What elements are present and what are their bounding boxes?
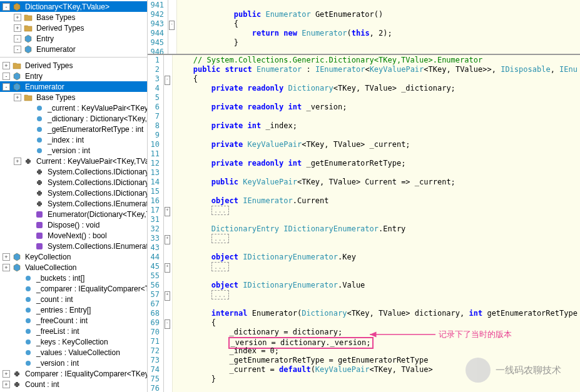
code-line[interactable]: _index = 0; (175, 346, 577, 356)
code-line[interactable]: return new Enumerator(this, 2); (180, 29, 577, 38)
main-code-editor[interactable]: 1234567891011121314151617313233434445555… (148, 55, 580, 392)
tree-label: ValueCollection (24, 263, 78, 272)
tree-item[interactable]: +Current : KeyValuePair<TKey,TValue> (0, 156, 147, 166)
tree-item[interactable]: _count : int (0, 294, 147, 304)
code-line[interactable]: _dictionary = dictionary; (175, 328, 577, 337)
expand-toggle[interactable]: - (14, 46, 21, 53)
tree-item[interactable]: +Base Types (0, 92, 147, 103)
expand-toggle[interactable]: + (14, 24, 21, 32)
tree-item[interactable]: +Derived Types (0, 60, 147, 71)
code-line[interactable] (180, 1, 577, 10)
code-line[interactable]: public struct Enumerator : IEnumerator<K… (175, 65, 577, 74)
code-line[interactable] (175, 384, 577, 392)
code-line[interactable]: public KeyValuePair<TKey, TValue> Curren… (175, 178, 577, 187)
tree-item[interactable]: -Entry (0, 71, 147, 81)
code-line[interactable] (175, 93, 577, 103)
tree-panel[interactable]: -Dictionary<TKey,TValue>+Base Types+Deri… (0, 0, 148, 392)
tree-item[interactable]: System.Collections.IDictionaryEnumera (0, 188, 147, 198)
tree-label: _buckets : int[] (35, 274, 86, 283)
expand-toggle[interactable]: - (14, 35, 21, 43)
expand-toggle[interactable]: + (3, 370, 10, 378)
code-line[interactable]: } (180, 38, 577, 48)
code-line[interactable]: { (175, 74, 577, 84)
code-line[interactable]: private KeyValuePair<TKey, TValue> _curr… (175, 140, 577, 149)
expand-toggle[interactable]: + (3, 253, 10, 261)
tree-item[interactable]: -Enumerator (0, 81, 147, 92)
tree-item[interactable]: +Base Types (0, 12, 147, 23)
code-line[interactable] (175, 187, 577, 196)
code-line[interactable]: ... (175, 234, 577, 243)
tree-item[interactable]: _dictionary : Dictionary<TKey,TValue> (0, 113, 147, 124)
code-line[interactable]: private readonly int _version; (175, 103, 577, 112)
tree-item[interactable]: -Entry (0, 33, 147, 44)
tree-item[interactable]: System.Collections.IDictionaryEnumera (0, 177, 147, 188)
tree-item[interactable]: _entries : Entry[] (0, 304, 147, 315)
expand-toggle[interactable]: - (3, 3, 10, 11)
code-line[interactable]: private readonly int _getEnumeratorRetTy… (175, 159, 577, 168)
field-icon (23, 348, 33, 358)
tree-item[interactable]: _comparer : IEqualityComparer<TKey> (0, 283, 147, 294)
tree-item[interactable]: +KeyCollection (0, 251, 147, 262)
code-line[interactable]: ... (175, 206, 577, 215)
code-line[interactable]: object IDictionaryEnumerator.Value (175, 281, 577, 290)
expand-toggle[interactable]: - (3, 73, 10, 80)
tree-item[interactable]: +ValueCollection (0, 262, 147, 273)
tree-item[interactable]: _buckets : int[] (0, 273, 147, 283)
svg-point-15 (26, 339, 31, 344)
code-line[interactable]: // System.Collections.Generic.Dictionary… (175, 56, 577, 65)
expand-toggle[interactable]: - (3, 83, 10, 91)
code-line[interactable] (175, 271, 577, 281)
code-line[interactable]: ... (175, 262, 577, 271)
tree-item[interactable]: _freeList : int (0, 326, 147, 336)
code-line[interactable] (175, 243, 577, 253)
tree-item[interactable]: MoveNext() : bool (0, 230, 147, 241)
top-code-editor[interactable]: 941942943944945946 - public Enumerator G… (148, 0, 580, 55)
tree-item[interactable]: +Comparer : IEqualityComparer<TKey> (0, 368, 147, 379)
tree-item[interactable]: Dispose() : void (0, 219, 147, 230)
code-line[interactable]: { (180, 19, 577, 29)
tree-label: _getEnumeratorRetType : int (46, 125, 145, 134)
tree-item[interactable]: System.Collections.IEnumerator.Reset() (0, 241, 147, 251)
tree-item[interactable]: System.Collections.IEnumerator.Curren (0, 198, 147, 209)
tree-item[interactable]: +Derived Types (0, 23, 147, 33)
tree-item[interactable]: -Dictionary<TKey,TValue> (0, 1, 147, 12)
code-line[interactable] (180, 48, 577, 55)
code-line[interactable]: object IEnumerator.Current (175, 196, 577, 206)
expand-toggle[interactable]: + (14, 94, 21, 101)
tree-item[interactable]: _getEnumeratorRetType : int (0, 124, 147, 134)
tree-item[interactable]: +Count : int (0, 379, 147, 389)
code-line[interactable] (175, 131, 577, 140)
code-line[interactable]: DictionaryEntry IDictionaryEnumerator.En… (175, 224, 577, 234)
prop-icon (12, 369, 22, 379)
tree-item[interactable]: _index : int (0, 134, 147, 145)
expand-toggle[interactable]: + (14, 158, 21, 165)
code-line[interactable] (175, 149, 577, 159)
code-line[interactable]: ... (175, 290, 577, 299)
code-line[interactable]: private readonly Dictionary<TKey, TValue… (175, 84, 577, 93)
tree-item[interactable]: _values : ValueCollection (0, 347, 147, 358)
code-line[interactable]: _version = dictionary._version; (175, 337, 577, 346)
expand-toggle[interactable]: + (3, 381, 10, 388)
expand-toggle[interactable]: + (3, 62, 10, 69)
code-line[interactable]: { (175, 318, 577, 328)
tree-item[interactable]: _version : int (0, 358, 147, 368)
line-number: 72 (150, 346, 159, 356)
tree-item[interactable]: System.Collections.IDictionaryEnumera (0, 166, 147, 177)
expand-toggle[interactable]: + (3, 264, 10, 271)
code-line[interactable] (175, 299, 577, 309)
tree-item[interactable]: Enumerator(Dictionary<TKey,TValue>, (0, 209, 147, 219)
tree-item[interactable]: _freeCount : int (0, 315, 147, 326)
code-line[interactable]: internal Enumerator(Dictionary<TKey, TVa… (175, 309, 577, 318)
code-line[interactable] (175, 168, 577, 178)
tree-item[interactable]: -Enumerator (0, 44, 147, 54)
tree-item[interactable]: _version : int (0, 145, 147, 156)
code-line[interactable]: private int _index; (175, 121, 577, 131)
tree-item[interactable]: _keys : KeyCollection (0, 336, 147, 347)
code-line[interactable]: object IDictionaryEnumerator.Key (175, 253, 577, 262)
expand-toggle[interactable]: + (14, 14, 21, 21)
code-line[interactable]: public Enumerator GetEnumerator() (180, 10, 577, 19)
code-line[interactable] (175, 112, 577, 121)
tree-item[interactable]: this[TKey] : TValue (0, 389, 147, 392)
code-line[interactable] (175, 215, 577, 224)
tree-item[interactable]: _current : KeyValuePair<TKey,TValue> (0, 103, 147, 113)
